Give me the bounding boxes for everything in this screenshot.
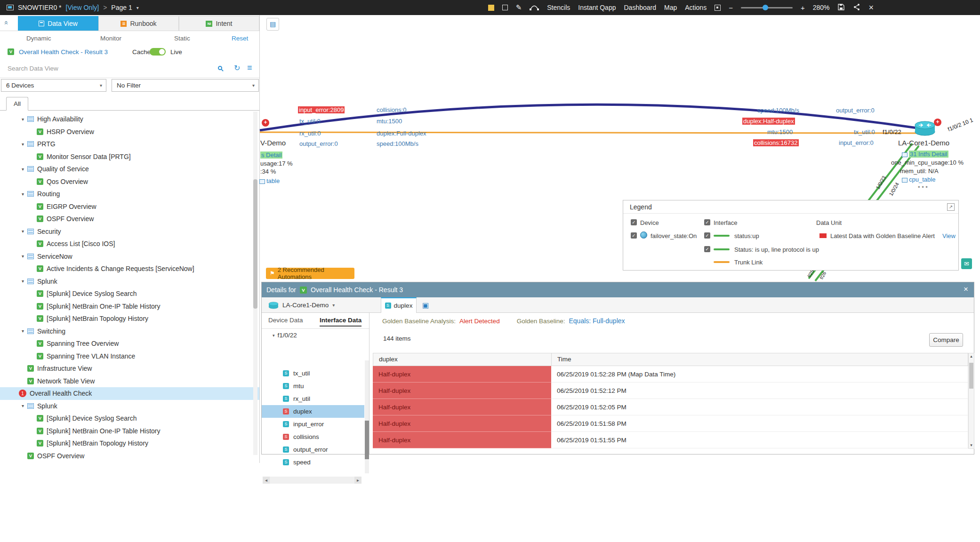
tree-folder[interactable]: ▾High Availability [0,113,259,126]
field-item-tx_util[interactable]: Stx_util [262,367,364,380]
search-input[interactable] [8,65,205,72]
interface-name-label[interactable]: f1/0/22 [883,128,901,136]
expand-caret-icon[interactable]: ▾ [22,254,24,259]
scroll-left-icon[interactable]: ◂ [263,477,270,484]
map-layout-button[interactable]: ▤ [266,18,279,31]
table-row[interactable]: Half-duplex06/25/2019 01:52:12 PM [373,383,968,399]
tree-folder[interactable]: ▾Splunk [0,400,259,413]
table-scrollbar[interactable]: ▴ ▾ [968,353,974,449]
zoom-slider-knob[interactable] [763,5,768,10]
expand-caret-icon[interactable]: ▾ [22,279,24,284]
failover-checkbox[interactable]: ✓ [631,232,637,239]
data-label-mtu-right[interactable]: mtu:1500 [767,128,793,136]
device-selector[interactable]: LA-Core1-Demo ▾ [268,297,335,313]
expand-caret-icon[interactable]: ▾ [22,229,24,234]
device-name-left[interactable]: V-Demo [260,139,286,147]
intfs-detail-link[interactable]: 31 Intfs Detail [909,151,948,158]
tree-view-item[interactable]: V[Splunk] NetBrain Topology History [0,312,259,325]
data-label-collisions-alert[interactable]: collisions:16732 [753,139,799,146]
tree-view-item[interactable]: VActive Incidents & Change Requests [Ser… [0,263,259,275]
filter-dropdown[interactable]: No Filter ▾ [112,79,259,92]
collapse-panel-icon[interactable]: « [3,21,11,24]
view-options-icon[interactable]: ≡ [247,63,252,73]
menu-actions[interactable]: Actions [685,4,707,11]
mode-monitor[interactable]: Monitor [100,35,121,42]
current-view-link[interactable]: Overall Health Check - Result 3 [19,48,108,56]
data-label-speed-right[interactable]: speed:100Mb/s [757,107,799,114]
data-label-input-error-alert[interactable]: input_error:2809 [298,106,345,113]
devices-dropdown[interactable]: 6 Devices ▾ [1,79,106,92]
data-label-collisions[interactable]: collisions:0 [377,106,407,113]
menu-map[interactable]: Map [664,4,677,11]
menu-dashboard[interactable]: Dashboard [624,4,656,11]
status-up-checkbox[interactable]: ✓ [704,232,710,239]
tree-folder[interactable]: ▾Quality of Service [0,163,259,175]
table-row[interactable]: Half-duplex06/25/2019 01:51:58 PM [373,415,968,432]
tree-folder[interactable]: ▾Routing [0,188,259,200]
expand-caret-icon[interactable]: ▾ [22,167,24,172]
intfs-detail-link-left[interactable]: s Detail [260,151,282,159]
legend-expand-icon[interactable]: ↗ [947,203,955,211]
data-label-duplex[interactable]: duplex:Full-duplex [377,130,426,137]
message-envelope-button[interactable]: ✉ [961,258,972,269]
alert-expand-badge-right[interactable]: + [934,119,941,126]
menu-instant-qapp[interactable]: Instant Qapp [578,4,616,11]
data-label-tx-util-right[interactable]: tx_util:0 [854,128,875,136]
router-icon[interactable] [914,120,936,138]
expand-caret-icon[interactable]: ▾ [22,328,24,334]
field-item-duplex[interactable]: Sduplex [262,405,364,418]
field-item-collisions[interactable]: Scollisions [262,430,364,443]
field-item-input_error[interactable]: Sinput_error [262,418,364,430]
expand-caret-icon[interactable]: ▾ [273,333,275,338]
table-row[interactable]: Half-duplex06/25/2019 01:52:28 PM (Map D… [373,366,968,383]
tree-view-item[interactable]: V[Splunk] NetBrain Topology History [0,437,259,450]
scrollbar-thumb[interactable] [253,179,257,309]
tree-view-item[interactable]: VHSRP Overview [0,126,259,138]
scroll-down-icon[interactable]: ▾ [969,442,974,448]
tree-folder[interactable]: ▾Splunk [0,275,259,288]
scrollbar-thumb[interactable] [969,363,973,389]
tree-view-item[interactable]: VSpanning Tree VLAN Instance [0,350,259,363]
tree-view-item[interactable]: 1Overall Health Check [0,387,259,400]
data-label-input-error-right[interactable]: input_error:0 [839,139,874,146]
tree-view-item[interactable]: V[Splunk] NetBrain One-IP Table History [0,300,259,313]
zoom-out-icon[interactable]: − [729,4,733,12]
search-icon[interactable] [218,66,222,70]
tree-view-item[interactable]: VMonitor Sensor Data [PRTG] [0,151,259,163]
more-dots-icon[interactable]: • • • [918,183,928,191]
export-image-icon[interactable] [837,3,845,12]
legend-view-link[interactable]: View [942,232,956,239]
page-selector[interactable]: Page 1 [111,4,132,11]
data-label-mtu[interactable]: mtu:1500 [377,118,402,125]
pencil-tool-icon[interactable]: ✎ [516,3,522,12]
tree-folder[interactable]: ▾Switching [0,325,259,338]
scroll-right-icon[interactable]: ▸ [354,477,361,484]
data-label-duplex-alert[interactable]: duplex:Half-duplex [742,118,795,125]
tree-folder[interactable]: ▾PRTG [0,138,259,151]
fields-hscrollbar[interactable]: ◂ ▸ [263,477,361,484]
tab-runbook[interactable]: ≣ Runbook [98,16,179,31]
mode-dynamic[interactable]: Dynamic [26,35,51,42]
compare-button[interactable]: Compare [929,333,963,347]
fit-screen-icon[interactable] [715,5,721,11]
tree-view-item[interactable]: VInfrastructure View [0,362,259,375]
tree-folder[interactable]: ▾ServiceNow [0,250,259,263]
tree-view-item[interactable]: VEIGRP Overview [0,200,259,213]
data-label-tx-util[interactable]: tx_util:0 [299,118,321,125]
field-item-output_error[interactable]: Soutput_error [262,443,364,456]
device-name-right[interactable]: LA-Core1-Demo [898,139,949,147]
tab-device-data[interactable]: Device Data [268,317,303,324]
line-protocol-checkbox[interactable]: ✓ [704,246,710,252]
pin-details-icon[interactable]: ▣ [422,301,429,310]
page-caret-icon[interactable]: ▾ [137,5,139,10]
data-label-output-error[interactable]: output_error:0 [299,140,338,147]
expand-caret-icon[interactable]: ▾ [22,142,24,147]
menu-stencils[interactable]: Stencils [547,4,570,11]
tree-view-item[interactable]: VQos Overview [0,175,259,188]
column-time[interactable]: Time [552,353,968,366]
curve-tool-icon[interactable] [530,4,539,12]
table-row[interactable]: Half-duplex06/25/2019 01:51:55 PM [373,432,968,448]
data-label-output-error-right[interactable]: output_error:0 [836,107,875,114]
refresh-icon[interactable]: ↻ [234,64,240,72]
close-map-icon[interactable]: × [868,3,874,13]
